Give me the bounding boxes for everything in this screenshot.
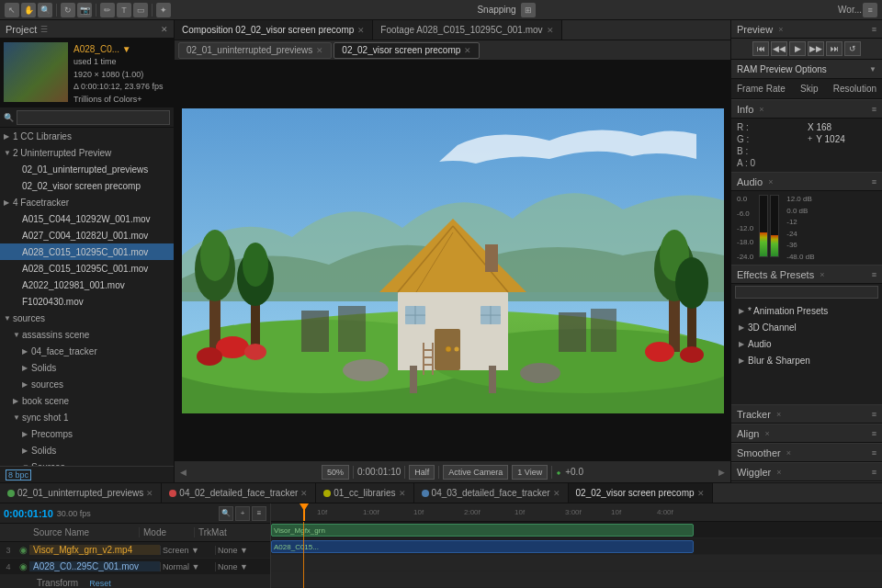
tool-camera[interactable]: 📷: [77, 3, 92, 17]
tree-item-17[interactable]: ▼sync shot 1: [0, 409, 174, 425]
tree-item-8[interactable]: A028_C015_10295C_001.mov: [0, 260, 174, 277]
tl-add-btn[interactable]: +: [235, 506, 250, 521]
tl-row-3-vis[interactable]: ◉: [17, 545, 29, 555]
effects-list: ▶ * Animation Presets ▶ 3D Channel ▶ Aud…: [731, 302, 882, 368]
tab-composition[interactable]: Composition 02_02_visor screen precomp ✕: [175, 20, 373, 40]
view-control[interactable]: Active Camera: [443, 465, 508, 480]
tool-hand[interactable]: ✋: [21, 3, 36, 17]
tool-rotate[interactable]: ↻: [61, 3, 75, 17]
tree-item-4[interactable]: ▶4 Facetracker: [0, 194, 174, 210]
tl-row-3-mode[interactable]: Screen ▼: [160, 546, 215, 555]
tl-tab-04-03[interactable]: 04_03_detailed_face_tracker ✕: [414, 483, 569, 503]
tl-row-4-mode[interactable]: Normal ▼: [160, 562, 215, 571]
tree-item-10[interactable]: F1020430.mov: [0, 293, 174, 310]
tree-item-7[interactable]: A028_C015_10295C_001.mov: [0, 243, 174, 260]
snap-icon[interactable]: ⊞: [521, 3, 536, 17]
zoom-control[interactable]: 50%: [322, 465, 349, 480]
effect-3d-channel[interactable]: ▶ 3D Channel: [731, 319, 882, 335]
quality-control[interactable]: Half: [409, 465, 435, 480]
tl-view-btn[interactable]: ≡: [252, 506, 266, 521]
comp-tab-01-close[interactable]: ✕: [316, 46, 323, 55]
effect-animation-presets[interactable]: ▶ * Animation Presets: [731, 302, 882, 319]
tool-pen[interactable]: ✏: [100, 3, 115, 17]
tool-puppet[interactable]: ✦: [156, 3, 171, 17]
tl-tab-visor-close[interactable]: ✕: [697, 489, 705, 498]
prev-step-back[interactable]: ◀◀: [771, 41, 787, 56]
search-icon: 🔍: [4, 113, 14, 122]
tree-item-14[interactable]: ▶Solids: [0, 359, 174, 376]
tree-item-3[interactable]: 02_02_visor screen precomp: [0, 177, 174, 194]
tree-item-19[interactable]: ▶Solids: [0, 442, 174, 458]
tree-item-5[interactable]: A015_C044_10292W_001.mov: [0, 210, 174, 227]
preview-menu[interactable]: ≡: [872, 25, 876, 34]
tl-tab-04-02[interactable]: 04_02_detailed_face_tracker ✕: [162, 483, 316, 503]
prev-step-fwd[interactable]: ▶▶: [808, 41, 824, 56]
tl-tab-cc[interactable]: 01_cc_libraries ✕: [316, 483, 413, 503]
tree-item-13[interactable]: ▶04_face_tracker: [0, 343, 174, 359]
transform-reset-btn[interactable]: Reset: [85, 579, 115, 588]
tree-item-9[interactable]: A2022_102981_001.mov: [0, 277, 174, 293]
project-close[interactable]: ✕: [161, 25, 168, 34]
tl-clip-3[interactable]: Visor_Mgfx_grn: [271, 524, 694, 537]
effect-blur-sharpen[interactable]: ▶ Blur & Sharpen: [731, 352, 882, 368]
svg-rect-40: [423, 343, 424, 375]
tree-item-15[interactable]: ▶sources: [0, 376, 174, 392]
prev-skip-start[interactable]: ⏮: [752, 41, 769, 56]
tl-tab-visor[interactable]: 02_02_visor screen precomp ✕: [569, 483, 713, 503]
tree-item-18[interactable]: ▶Precomps: [0, 425, 174, 442]
tool-arrow[interactable]: ↖: [5, 3, 19, 17]
viewer-right-arrow[interactable]: ▶: [718, 468, 725, 477]
tree-item-12[interactable]: ▼assassins scene: [0, 326, 174, 343]
comp-tab-01[interactable]: 02_01_uninterrupted_previews ✕: [178, 42, 332, 59]
comp-tab-02-close[interactable]: ✕: [464, 46, 471, 55]
meter-label-0: 0.0: [737, 195, 753, 203]
effects-search-input[interactable]: [735, 286, 878, 299]
tree-item-1[interactable]: ▼2 Uninterrupted Preview: [0, 144, 174, 161]
view-count[interactable]: 1 View: [512, 465, 548, 480]
tab-footage[interactable]: Footage A028_C015_10295C_001.mov ✕: [373, 20, 561, 40]
wiggler-menu[interactable]: ≡: [872, 468, 876, 477]
tracker-menu[interactable]: ≡: [872, 410, 876, 419]
tree-label-18: Precomps: [31, 429, 73, 439]
tool-zoom[interactable]: 🔍: [38, 3, 52, 17]
tl-tab-01[interactable]: 02_01_uninterrupted_previews ✕: [0, 483, 162, 503]
tool-shape[interactable]: ▭: [133, 3, 148, 17]
tl-row-3-trkmat[interactable]: None ▼: [215, 546, 270, 555]
prev-loop[interactable]: ↺: [844, 41, 861, 56]
tl-tab-01-close[interactable]: ✕: [146, 489, 153, 498]
tl-tab-04-02-close[interactable]: ✕: [300, 489, 308, 498]
tl-tab-04-03-close[interactable]: ✕: [553, 489, 560, 498]
tree-item-16[interactable]: ▶book scene: [0, 392, 174, 409]
smoother-header: Smoother × ≡: [731, 444, 882, 462]
tab-footage-close[interactable]: ✕: [547, 26, 554, 35]
tree-item-2[interactable]: 02_01_uninterrupted_previews: [0, 161, 174, 177]
effect-audio[interactable]: ▶ Audio: [731, 335, 882, 352]
comp-tab-02[interactable]: 02_02_visor screen precomp ✕: [334, 42, 480, 59]
info-menu[interactable]: ≡: [872, 105, 876, 114]
meter-fill-left: [760, 232, 767, 256]
tree-item-6[interactable]: A027_C004_10282U_001.mov: [0, 227, 174, 243]
tool-text[interactable]: T: [117, 3, 131, 17]
tree-item-11[interactable]: ▼sources: [0, 310, 174, 326]
timeline-body: 0:00:01:10 30.00 fps 🔍 + ≡ Source Name M…: [0, 503, 882, 588]
viewer-left-arrow[interactable]: ◀: [180, 468, 187, 477]
tl-search-btn[interactable]: 🔍: [219, 506, 233, 521]
meter-bar-left: [759, 195, 768, 257]
tl-clip-4[interactable]: A028_C015...: [271, 540, 694, 553]
tl-row-4-num: 4: [0, 562, 17, 571]
tl-tab-cc-close[interactable]: ✕: [399, 489, 406, 498]
workspace-btn[interactable]: ≡: [863, 3, 877, 17]
search-input[interactable]: [17, 110, 170, 125]
tl-row-4-vis[interactable]: ◉: [17, 561, 29, 571]
audio-menu[interactable]: ≡: [872, 177, 876, 187]
smoother-menu[interactable]: ≡: [872, 448, 876, 458]
align-menu[interactable]: ≡: [872, 429, 876, 438]
tree-item-0[interactable]: ▶1 CC Libraries: [0, 128, 174, 144]
tab-comp-close[interactable]: ✕: [357, 26, 365, 35]
prev-skip-end[interactable]: ⏭: [826, 41, 842, 56]
tree-item-20[interactable]: ▼Sources: [0, 458, 174, 466]
prev-play-stop[interactable]: ▶: [789, 41, 806, 56]
tl-row-4-trkmat[interactable]: None ▼: [215, 562, 270, 571]
effects-menu[interactable]: ≡: [872, 270, 876, 279]
ram-preview-bar[interactable]: RAM Preview Options ▼: [731, 59, 882, 79]
